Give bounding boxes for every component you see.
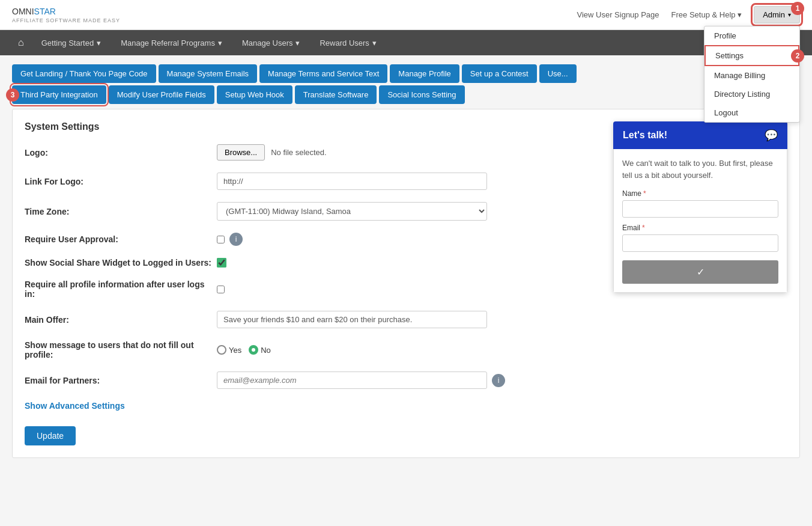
tab-use[interactable]: Use... [539, 64, 577, 83]
timezone-select[interactable]: (GMT-11:00) Midway Island, Samoa [217, 202, 487, 221]
logo-omni: OMNI [12, 7, 34, 16]
nav-reward-users[interactable]: Reward Users ▾ [311, 31, 384, 55]
admin-dropdown: Profile Settings 2 Manage Billing Direct… [704, 26, 800, 123]
chat-title: Let's talk! [623, 130, 667, 141]
require-approval-label: Require User Approval: [25, 234, 217, 244]
chat-name-label: Name * [622, 189, 778, 198]
main-offer-label: Main Offer: [25, 315, 217, 325]
main-panel: System Settings Logo: Browse... No file … [12, 109, 800, 458]
advanced-settings-link[interactable]: Show Advanced Settings [25, 401, 125, 411]
require-approval-info-icon[interactable]: i [229, 233, 243, 246]
tab-manage-profile[interactable]: Manage Profile [390, 64, 459, 83]
link-logo-label: Link For Logo: [25, 177, 217, 186]
social-share-label: Show Social Share Widget to Logged in Us… [25, 258, 217, 268]
tab-row-1: Get Landing / Thank You Page Code Manage… [12, 64, 800, 83]
content: Get Landing / Thank You Page Code Manage… [0, 55, 812, 467]
view-signup-link[interactable]: View User Signup Page [577, 10, 659, 19]
dropdown-directory-listing[interactable]: Directory Listing [704, 85, 799, 103]
logo-tagline: AFFILIATE SOFTWARE MADE EASY [12, 17, 120, 23]
tab-setup-contest[interactable]: Set up a Contest [462, 64, 537, 83]
browse-button[interactable]: Browse... [217, 144, 265, 161]
chat-icon: 💬 [765, 129, 778, 142]
email-partners-info-icon[interactable]: i [492, 374, 505, 387]
tab-social-icons[interactable]: Social Icons Setting [379, 85, 464, 104]
admin-button[interactable]: Admin ▾ 1 [754, 6, 800, 23]
chat-body: We can't wait to talk to you. But first,… [613, 149, 787, 293]
tab-manage-terms[interactable]: Manage Terms and Service Text [259, 64, 387, 83]
navbar: ⌂ Getting Started ▾ Manage Referral Prog… [0, 30, 812, 55]
dropdown-settings[interactable]: Settings 2 [704, 45, 799, 66]
logo-label: Logo: [25, 148, 217, 157]
free-setup-link[interactable]: Free Setup & Help ▾ [671, 10, 742, 19]
nav-manage-referral[interactable]: Manage Referral Programs ▾ [112, 31, 231, 55]
chat-email-field-group: Email * [622, 224, 778, 258]
tab-modify-profile-fields[interactable]: Modify User Profile Fields [109, 85, 214, 104]
tab-get-landing[interactable]: Get Landing / Thank You Page Code [12, 64, 156, 83]
radio-no-label[interactable]: No [249, 345, 271, 355]
chat-email-input[interactable] [622, 234, 778, 252]
chat-submit-button[interactable]: ✓ [622, 260, 778, 284]
chat-description: We can't wait to talk to you. But first,… [622, 157, 778, 181]
step-badge-1: 1 [791, 2, 804, 15]
email-required-star: * [642, 224, 645, 232]
tab-translate-software[interactable]: Translate Software [295, 85, 377, 104]
require-profile-checkbox[interactable] [217, 286, 225, 293]
chat-email-label: Email * [622, 224, 778, 232]
update-button[interactable]: Update [25, 426, 76, 445]
form-row-main-offer: Main Offer: [25, 311, 787, 328]
step-badge-3: 3 [6, 88, 19, 102]
chat-name-input[interactable] [622, 200, 778, 218]
radio-yes-label[interactable]: Yes [217, 345, 241, 355]
main-offer-control [217, 311, 787, 328]
nav-home[interactable]: ⌂ [12, 30, 30, 55]
radio-no-circle [249, 345, 258, 355]
name-required-star: * [643, 189, 646, 198]
show-message-control: Yes No [217, 345, 787, 355]
header-right: View User Signup Page Free Setup & Help … [577, 6, 800, 23]
chat-name-field-group: Name * [622, 189, 778, 224]
advanced-settings-row: Show Advanced Settings [25, 401, 787, 411]
tab-manage-emails[interactable]: Manage System Emails [159, 64, 258, 83]
tab-row-2: Third Party Integration 3 Modify User Pr… [12, 85, 800, 104]
require-approval-checkbox[interactable] [217, 236, 225, 243]
tab-setup-webhook[interactable]: Setup Web Hook [217, 85, 292, 104]
header: OMNISTAR AFFILIATE SOFTWARE MADE EASY Vi… [0, 0, 812, 30]
tab-third-party[interactable]: Third Party Integration [12, 85, 106, 104]
chat-widget: Let's talk! 💬 We can't wait to talk to y… [613, 121, 787, 293]
file-label: No file selected. [271, 148, 327, 157]
dropdown-manage-billing[interactable]: Manage Billing [704, 66, 799, 85]
email-partners-input[interactable] [217, 372, 487, 389]
logo: OMNISTAR AFFILIATE SOFTWARE MADE EASY [12, 7, 120, 23]
logo-text: OMNISTAR [12, 7, 120, 16]
dropdown-profile[interactable]: Profile [704, 26, 799, 45]
form-row-show-message: Show message to users that do not fill o… [25, 340, 787, 359]
main-offer-input[interactable] [217, 311, 487, 328]
logo-star: STAR [34, 7, 56, 16]
dropdown-logout[interactable]: Logout [704, 103, 799, 122]
email-partners-control: i [217, 372, 787, 389]
radio-yes-circle [217, 345, 226, 355]
nav-getting-started[interactable]: Getting Started ▾ [33, 31, 109, 55]
nav-manage-users[interactable]: Manage Users ▾ [234, 31, 309, 55]
form-row-email-partners: Email for Partners: i [25, 372, 787, 389]
link-logo-input[interactable] [217, 173, 487, 190]
email-partners-label: Email for Partners: [25, 376, 217, 385]
step-badge-2: 2 [791, 49, 804, 63]
require-profile-label: Require all profile information after us… [25, 280, 217, 299]
admin-wrapper: Admin ▾ 1 Profile Settings 2 Manage Bill… [754, 6, 800, 23]
timezone-label: Time Zone: [25, 207, 217, 216]
show-message-label: Show message to users that do not fill o… [25, 340, 217, 359]
social-share-checkbox[interactable] [217, 258, 226, 268]
chat-header: Let's talk! 💬 [613, 121, 787, 149]
